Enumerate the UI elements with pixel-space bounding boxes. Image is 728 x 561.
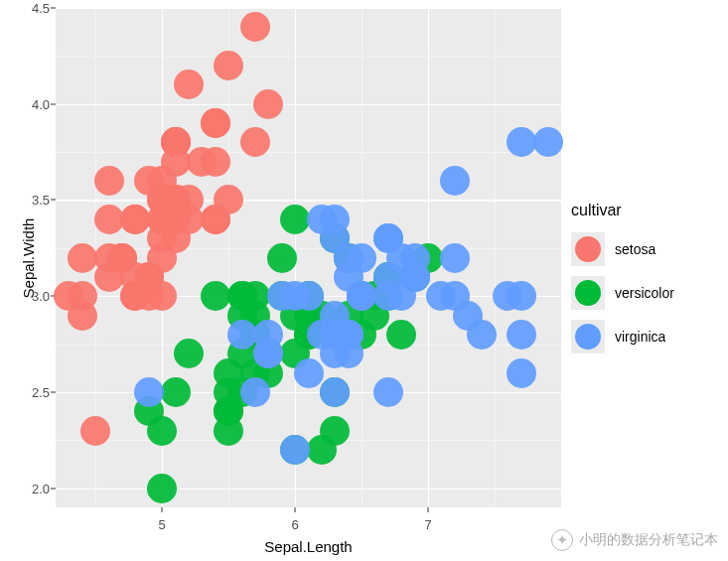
data-point xyxy=(294,358,324,388)
y-axis: Sepal.Width 2.02.53.03.54.04.5 xyxy=(0,8,56,507)
legend-item-virginica: virginica xyxy=(571,317,720,356)
chart-container: Sepal.Width 2.02.53.03.54.04.5 Sepal.Len… xyxy=(0,0,728,561)
data-point xyxy=(280,435,310,465)
data-point xyxy=(68,281,97,311)
data-point xyxy=(280,205,310,234)
data-point xyxy=(174,70,204,99)
data-point xyxy=(147,474,177,503)
legend: cultivar setosaversicolorvirginica xyxy=(571,202,720,360)
data-point xyxy=(94,205,124,234)
data-point xyxy=(373,281,403,311)
plot-area xyxy=(56,8,561,507)
data-point xyxy=(214,51,243,80)
data-point xyxy=(253,339,283,368)
data-point xyxy=(187,147,217,177)
x-tick-label: 6 xyxy=(291,517,298,532)
data-point xyxy=(147,223,177,253)
y-tick-label: 3.0 xyxy=(32,289,50,304)
data-point xyxy=(94,166,124,196)
legend-label: virginica xyxy=(615,329,665,345)
data-point xyxy=(240,377,270,407)
legend-title: cultivar xyxy=(571,202,720,219)
data-point xyxy=(201,108,230,138)
data-point xyxy=(307,205,337,234)
data-point xyxy=(507,358,536,388)
x-tick-label: 5 xyxy=(159,517,166,532)
data-point xyxy=(467,320,497,350)
data-point xyxy=(267,243,297,273)
wechat-icon: ✦ xyxy=(551,529,573,551)
data-point xyxy=(320,416,350,446)
x-axis-title: Sepal.Length xyxy=(264,538,352,555)
legend-dot-icon xyxy=(575,324,601,350)
data-point xyxy=(507,127,536,157)
data-point xyxy=(161,127,191,157)
data-point xyxy=(147,185,177,214)
data-point xyxy=(240,12,270,42)
data-point xyxy=(373,223,403,253)
data-point xyxy=(373,377,403,407)
data-point xyxy=(386,320,416,350)
data-point xyxy=(440,281,470,311)
legend-key xyxy=(571,276,605,310)
y-tick-label: 2.5 xyxy=(32,384,50,399)
data-point xyxy=(201,281,230,311)
legend-label: setosa xyxy=(615,241,655,257)
data-point xyxy=(147,416,177,446)
data-point xyxy=(120,205,150,234)
data-point xyxy=(440,243,470,273)
data-point xyxy=(320,377,350,407)
legend-label: versicolor xyxy=(615,285,674,301)
watermark-text: 小明的数据分析笔记本 xyxy=(579,531,718,549)
legend-item-setosa: setosa xyxy=(571,229,720,269)
data-point xyxy=(320,320,350,350)
y-tick-label: 4.5 xyxy=(32,1,50,16)
data-point xyxy=(94,243,124,273)
x-tick-label: 7 xyxy=(424,517,431,532)
legend-dot-icon xyxy=(575,280,601,306)
data-point xyxy=(533,127,563,157)
data-point xyxy=(227,320,257,350)
legend-key xyxy=(571,232,605,266)
data-point xyxy=(134,377,164,407)
data-point xyxy=(161,377,191,407)
legend-key xyxy=(571,320,605,353)
data-point xyxy=(507,320,536,350)
data-point xyxy=(347,281,376,311)
data-point xyxy=(240,127,270,157)
data-point xyxy=(68,243,97,273)
y-axis-title: Sepal.Width xyxy=(20,217,37,298)
data-point xyxy=(120,281,150,311)
data-point xyxy=(253,89,283,119)
data-point xyxy=(267,281,297,311)
data-point xyxy=(507,281,536,311)
watermark: ✦ 小明的数据分析笔记本 xyxy=(551,529,718,551)
y-tick-label: 3.5 xyxy=(32,193,50,208)
y-tick-label: 2.0 xyxy=(32,481,50,495)
data-point xyxy=(214,185,243,214)
data-point xyxy=(440,166,470,196)
legend-item-versicolor: versicolor xyxy=(571,273,720,313)
legend-dot-icon xyxy=(575,236,601,262)
y-tick-label: 4.0 xyxy=(32,96,50,111)
x-axis: Sepal.Length 567 xyxy=(56,507,561,561)
data-point xyxy=(80,416,110,446)
data-point xyxy=(174,339,204,368)
